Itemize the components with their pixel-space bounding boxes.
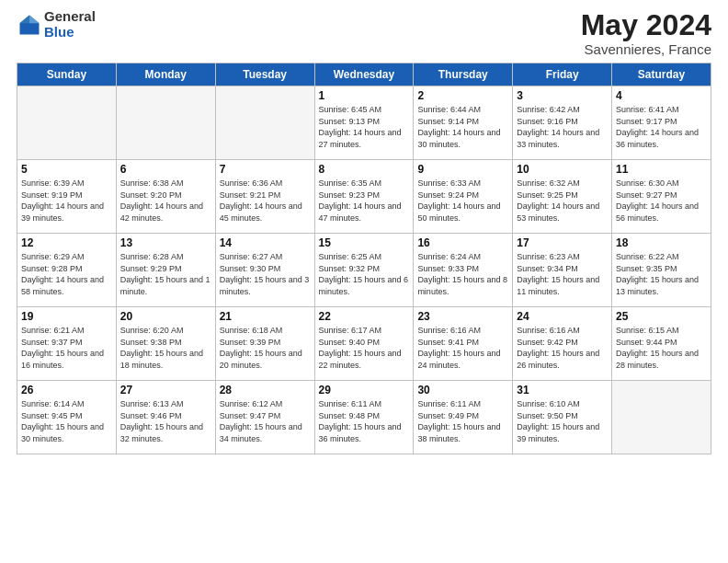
header-row: Sunday Monday Tuesday Wednesday Thursday… [17,63,711,86]
day-number: 13 [120,236,211,249]
calendar-cell: 24Sunrise: 6:16 AMSunset: 9:42 PMDayligh… [513,307,612,381]
calendar-cell: 25Sunrise: 6:15 AMSunset: 9:44 PMDayligh… [612,307,711,381]
cell-info: Sunrise: 6:41 AMSunset: 9:17 PMDaylight:… [616,104,707,150]
cell-info: Sunrise: 6:15 AMSunset: 9:44 PMDaylight:… [616,325,707,371]
calendar-cell: 28Sunrise: 6:12 AMSunset: 9:47 PMDayligh… [215,381,314,454]
col-sunday: Sunday [17,63,117,86]
cell-info: Sunrise: 6:24 AMSunset: 9:33 PMDaylight:… [417,251,508,297]
day-number: 14 [220,236,311,249]
header: General Blue May 2024 Savennieres, Franc… [17,9,711,57]
col-wednesday: Wednesday [314,63,414,86]
day-number: 16 [417,236,508,249]
cell-info: Sunrise: 6:27 AMSunset: 9:30 PMDaylight:… [220,251,311,297]
day-number: 5 [21,163,112,176]
cell-info: Sunrise: 6:22 AMSunset: 9:35 PMDaylight:… [616,251,707,297]
cell-info: Sunrise: 6:17 AMSunset: 9:40 PMDaylight:… [319,325,410,371]
cell-info: Sunrise: 6:16 AMSunset: 9:41 PMDaylight:… [417,325,508,371]
calendar-cell: 7Sunrise: 6:36 AMSunset: 9:21 PMDaylight… [215,160,314,234]
calendar-cell: 5Sunrise: 6:39 AMSunset: 9:19 PMDaylight… [17,160,117,234]
day-number: 30 [417,384,508,396]
day-number: 25 [616,310,707,323]
calendar-cell [116,86,215,160]
calendar-cell: 3Sunrise: 6:42 AMSunset: 9:16 PMDaylight… [513,86,612,160]
calendar-cell: 29Sunrise: 6:11 AMSunset: 9:48 PMDayligh… [314,381,414,454]
calendar-cell: 15Sunrise: 6:25 AMSunset: 9:32 PMDayligh… [314,234,414,307]
day-number: 12 [21,236,112,249]
day-number: 4 [616,89,707,102]
calendar-page: General Blue May 2024 Savennieres, Franc… [0,0,728,563]
cell-info: Sunrise: 6:33 AMSunset: 9:24 PMDaylight:… [417,178,508,224]
location-subtitle: Savennieres, France [581,41,711,57]
day-number: 26 [21,384,112,396]
calendar-cell: 8Sunrise: 6:35 AMSunset: 9:23 PMDaylight… [314,160,414,234]
calendar-week-4: 19Sunrise: 6:21 AMSunset: 9:37 PMDayligh… [17,307,711,381]
col-thursday: Thursday [414,63,513,86]
calendar-cell: 19Sunrise: 6:21 AMSunset: 9:37 PMDayligh… [17,307,117,381]
svg-marker-2 [20,15,30,23]
logo-icon [17,12,42,38]
day-number: 24 [517,310,608,323]
calendar-cell [17,86,117,160]
calendar-cell: 18Sunrise: 6:22 AMSunset: 9:35 PMDayligh… [612,234,711,307]
cell-info: Sunrise: 6:11 AMSunset: 9:48 PMDaylight:… [319,398,410,444]
day-number: 7 [220,163,311,176]
calendar-cell: 11Sunrise: 6:30 AMSunset: 9:27 PMDayligh… [612,160,711,234]
day-number: 15 [319,236,410,249]
day-number: 9 [417,163,508,176]
cell-info: Sunrise: 6:35 AMSunset: 9:23 PMDaylight:… [319,178,410,224]
calendar-cell: 12Sunrise: 6:29 AMSunset: 9:28 PMDayligh… [17,234,117,307]
logo-blue: Blue [44,24,74,40]
calendar-cell: 20Sunrise: 6:20 AMSunset: 9:38 PMDayligh… [116,307,215,381]
calendar-cell: 21Sunrise: 6:18 AMSunset: 9:39 PMDayligh… [215,307,314,381]
cell-info: Sunrise: 6:18 AMSunset: 9:39 PMDaylight:… [220,325,311,371]
day-number: 21 [220,310,311,323]
cell-info: Sunrise: 6:44 AMSunset: 9:14 PMDaylight:… [417,104,508,150]
cell-info: Sunrise: 6:12 AMSunset: 9:47 PMDaylight:… [220,398,311,444]
month-title: May 2024 [581,9,711,41]
day-number: 11 [616,163,707,176]
day-number: 10 [517,163,608,176]
day-number: 8 [319,163,410,176]
col-saturday: Saturday [612,63,711,86]
calendar-cell: 1Sunrise: 6:45 AMSunset: 9:13 PMDaylight… [314,86,414,160]
calendar-cell: 6Sunrise: 6:38 AMSunset: 9:20 PMDaylight… [116,160,215,234]
calendar-cell: 10Sunrise: 6:32 AMSunset: 9:25 PMDayligh… [513,160,612,234]
calendar-cell: 13Sunrise: 6:28 AMSunset: 9:29 PMDayligh… [116,234,215,307]
calendar-cell [612,381,711,454]
calendar-cell: 17Sunrise: 6:23 AMSunset: 9:34 PMDayligh… [513,234,612,307]
cell-info: Sunrise: 6:25 AMSunset: 9:32 PMDaylight:… [319,251,410,297]
logo-text: General Blue [44,9,96,40]
cell-info: Sunrise: 6:39 AMSunset: 9:19 PMDaylight:… [21,178,112,224]
cell-info: Sunrise: 6:42 AMSunset: 9:16 PMDaylight:… [517,104,608,150]
title-area: May 2024 Savennieres, France [581,9,711,57]
calendar-cell: 2Sunrise: 6:44 AMSunset: 9:14 PMDaylight… [414,86,513,160]
day-number: 17 [517,236,608,249]
svg-marker-1 [29,15,40,23]
day-number: 29 [319,384,410,396]
cell-info: Sunrise: 6:38 AMSunset: 9:20 PMDaylight:… [120,178,211,224]
calendar-cell: 26Sunrise: 6:14 AMSunset: 9:45 PMDayligh… [17,381,117,454]
day-number: 2 [417,89,508,102]
calendar-cell: 22Sunrise: 6:17 AMSunset: 9:40 PMDayligh… [314,307,414,381]
calendar-week-5: 26Sunrise: 6:14 AMSunset: 9:45 PMDayligh… [17,381,711,454]
cell-info: Sunrise: 6:16 AMSunset: 9:42 PMDaylight:… [517,325,608,371]
logo-general: General [44,8,96,24]
calendar-week-3: 12Sunrise: 6:29 AMSunset: 9:28 PMDayligh… [17,234,711,307]
cell-info: Sunrise: 6:21 AMSunset: 9:37 PMDaylight:… [21,325,112,371]
calendar-cell: 31Sunrise: 6:10 AMSunset: 9:50 PMDayligh… [513,381,612,454]
col-monday: Monday [116,63,215,86]
calendar-table: Sunday Monday Tuesday Wednesday Thursday… [17,63,711,454]
cell-info: Sunrise: 6:36 AMSunset: 9:21 PMDaylight:… [220,178,311,224]
calendar-week-2: 5Sunrise: 6:39 AMSunset: 9:19 PMDaylight… [17,160,711,234]
cell-info: Sunrise: 6:14 AMSunset: 9:45 PMDaylight:… [21,398,112,444]
cell-info: Sunrise: 6:23 AMSunset: 9:34 PMDaylight:… [517,251,608,297]
day-number: 22 [319,310,410,323]
calendar-cell: 16Sunrise: 6:24 AMSunset: 9:33 PMDayligh… [414,234,513,307]
calendar-cell: 27Sunrise: 6:13 AMSunset: 9:46 PMDayligh… [116,381,215,454]
cell-info: Sunrise: 6:30 AMSunset: 9:27 PMDaylight:… [616,178,707,224]
col-friday: Friday [513,63,612,86]
logo: General Blue [17,9,96,40]
cell-info: Sunrise: 6:32 AMSunset: 9:25 PMDaylight:… [517,178,608,224]
cell-info: Sunrise: 6:29 AMSunset: 9:28 PMDaylight:… [21,251,112,297]
day-number: 31 [517,384,608,396]
